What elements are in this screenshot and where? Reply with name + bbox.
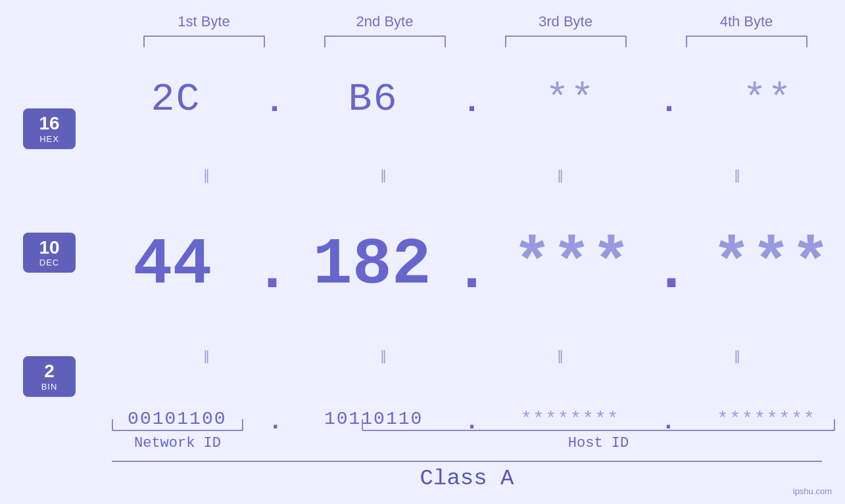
- hex-dot1: .: [264, 83, 284, 121]
- byte2-header: 2nd Byte: [319, 13, 450, 30]
- network-id-label: Network ID: [112, 435, 243, 451]
- hex-row: 2C . B6 . ** . **: [99, 77, 845, 122]
- left-labels: 16 HEX 10 DEC 2 BIN: [0, 54, 99, 504]
- dec-dot1: .: [254, 238, 290, 305]
- dec-dot3: .: [654, 238, 689, 305]
- byte-headers: 1st Byte 2nd Byte 3rd Byte 4th Byte: [114, 0, 837, 30]
- dec-byte4: ***: [706, 228, 837, 302]
- eq7: ‖: [495, 348, 626, 363]
- bracket-byte4-top: [686, 35, 808, 47]
- hex-dot3: .: [659, 83, 679, 121]
- hex-label: HEX: [31, 134, 68, 144]
- bracket-host-bottom: [362, 419, 835, 431]
- eq3: ‖: [495, 167, 626, 183]
- class-divider: [112, 461, 822, 462]
- bottom-section: Network ID Host ID: [105, 419, 845, 451]
- hex-byte4: **: [702, 77, 833, 122]
- class-section: Class A: [105, 461, 819, 491]
- bin-number: 2: [31, 361, 68, 382]
- eq6: ‖: [318, 348, 449, 363]
- bracket-byte2-top: [324, 35, 446, 47]
- equals-row-2: ‖ ‖ ‖ ‖: [99, 348, 845, 363]
- eq4: ‖: [671, 167, 803, 183]
- host-id-label: Host ID: [362, 435, 835, 451]
- eq8: ‖: [671, 348, 803, 363]
- hex-dot2: .: [462, 83, 481, 121]
- eq1: ‖: [141, 167, 272, 183]
- dec-number: 10: [31, 238, 68, 258]
- eq2: ‖: [318, 167, 449, 183]
- dec-badge: 10 DEC: [23, 233, 76, 273]
- byte3-header: 3rd Byte: [500, 13, 631, 30]
- hex-byte2: B6: [307, 77, 439, 122]
- bin-badge: 2 BIN: [23, 356, 76, 397]
- hex-badge: 16 HEX: [23, 108, 76, 149]
- bracket-byte3-top: [505, 35, 627, 47]
- class-label: Class A: [112, 466, 822, 491]
- top-brackets: [114, 35, 837, 47]
- main-container: 1st Byte 2nd Byte 3rd Byte 4th Byte 16 H…: [0, 0, 845, 504]
- bottom-brackets: [112, 419, 835, 431]
- bracket-byte1-top: [143, 35, 265, 47]
- dec-dot2: .: [454, 238, 489, 305]
- hex-number: 16: [31, 114, 68, 134]
- byte1-header: 1st Byte: [138, 13, 270, 30]
- dec-row: 44 . 182 . *** . ***: [99, 228, 845, 302]
- byte4-header: 4th Byte: [681, 13, 812, 30]
- dec-byte1: 44: [107, 228, 238, 302]
- bracket-network-bottom: [112, 419, 243, 431]
- dec-byte2: 182: [306, 228, 438, 302]
- equals-row-1: ‖ ‖ ‖ ‖: [99, 167, 845, 183]
- id-labels: Network ID Host ID: [112, 435, 835, 451]
- bin-label: BIN: [31, 382, 68, 392]
- hex-byte3: **: [504, 77, 636, 122]
- watermark: ipshu.com: [793, 486, 832, 496]
- dec-byte3: ***: [506, 228, 637, 302]
- dec-label: DEC: [31, 258, 68, 267]
- hex-byte1: 2C: [110, 77, 241, 122]
- eq5: ‖: [141, 348, 272, 363]
